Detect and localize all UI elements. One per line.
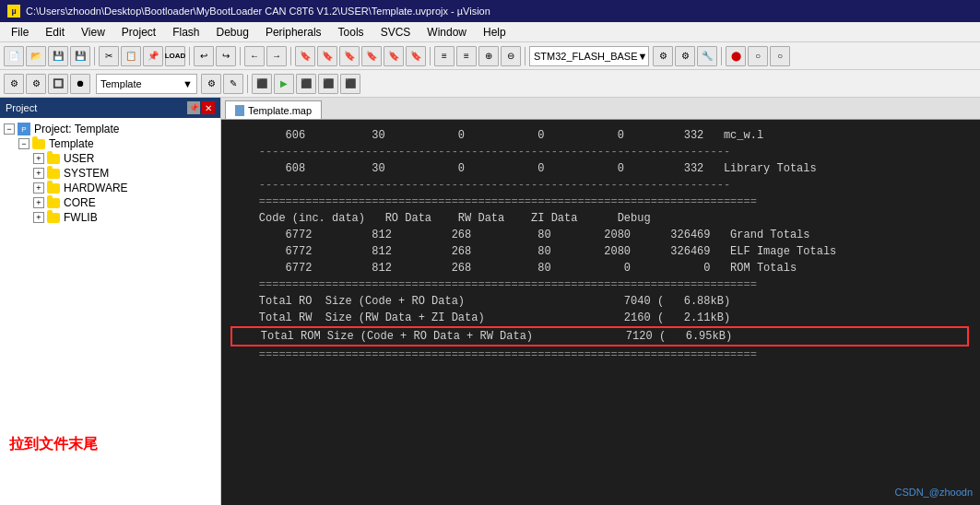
- content-area: Template.map 606 30 0 0 0 332 mc_w.l ---…: [221, 98, 980, 505]
- tb2-btn2[interactable]: ⚙: [26, 74, 46, 94]
- expand-hardware-icon[interactable]: +: [33, 182, 44, 194]
- tb2-btn7[interactable]: ⬛: [252, 74, 272, 94]
- cut-button[interactable]: ✂: [99, 46, 119, 66]
- core-folder-icon: [47, 198, 60, 208]
- circle1-button[interactable]: ⬤: [726, 46, 746, 66]
- bookmark3-button[interactable]: 🔖: [339, 46, 360, 66]
- save-all-button[interactable]: 💾: [70, 46, 90, 66]
- outdent-button[interactable]: ≡: [456, 46, 477, 66]
- map-content[interactable]: 606 30 0 0 0 332 mc_w.l ----------------…: [221, 120, 980, 505]
- project-panel-header: Project 📌 ✕: [0, 98, 220, 118]
- tab-template-map[interactable]: Template.map: [225, 100, 322, 119]
- app-icon: µ: [7, 5, 20, 18]
- tb2-btn9[interactable]: ⬛: [296, 74, 316, 94]
- menu-tools[interactable]: Tools: [331, 24, 372, 41]
- tb2-btn3[interactable]: 🔲: [48, 74, 68, 94]
- menu-project[interactable]: Project: [114, 24, 163, 41]
- bookmark4-button[interactable]: 🔖: [361, 46, 382, 66]
- tree-item-hardware[interactable]: + HARDWARE: [0, 181, 220, 195]
- circle2-button[interactable]: ○: [748, 46, 768, 66]
- separator7: [721, 47, 722, 65]
- tree-label-project: Project: Template: [34, 123, 120, 135]
- expand-fwlib-icon[interactable]: +: [33, 212, 44, 223]
- bookmark5-button[interactable]: 🔖: [384, 46, 404, 66]
- tree-label-template: Template: [49, 137, 94, 150]
- menu-flash[interactable]: Flash: [165, 24, 207, 41]
- tab-file-icon: [235, 105, 244, 116]
- project-icon: P: [18, 123, 30, 135]
- flash-target-dropdown[interactable]: STM32_FLASH_BASE ▼: [529, 46, 649, 66]
- save-button[interactable]: 💾: [48, 46, 68, 66]
- settings-btn3[interactable]: 🔧: [697, 46, 717, 66]
- tree-item-project-root[interactable]: − P Project: Template: [0, 122, 220, 136]
- panel-pin-button[interactable]: 📌: [187, 101, 200, 114]
- indent-button[interactable]: ≡: [434, 46, 455, 66]
- forward-button[interactable]: →: [266, 46, 287, 66]
- open-button[interactable]: 📂: [26, 46, 46, 66]
- menu-peripherals[interactable]: Peripherals: [258, 24, 329, 41]
- redo-button[interactable]: ↪: [216, 46, 236, 66]
- undo-button[interactable]: ↩: [194, 46, 214, 66]
- menu-bar: File Edit View Project Flash Debug Perip…: [0, 22, 980, 42]
- menu-file[interactable]: File: [4, 24, 36, 41]
- map-line-17: Total RW Size (RW Data + ZI Data) 2160 (…: [232, 310, 969, 326]
- tb2-btn6[interactable]: ✎: [223, 74, 243, 94]
- menu-view[interactable]: View: [74, 24, 112, 41]
- tab-label: Template.map: [248, 105, 312, 116]
- menu-window[interactable]: Window: [419, 24, 474, 41]
- map-line-20: ========================================…: [232, 346, 969, 363]
- tree-item-fwlib[interactable]: + FWLIB: [0, 210, 220, 225]
- user-folder-icon: [47, 154, 60, 164]
- fwlib-folder-icon: [47, 213, 60, 223]
- settings-btn2[interactable]: ⚙: [675, 46, 695, 66]
- separator1: [94, 47, 95, 65]
- map-line-16: Total RO Size (Code + RO Data) 7040 ( 6.…: [232, 293, 969, 310]
- map-line-3: 608 30 0 0 0 332 Library Totals: [232, 160, 969, 177]
- tree-label-hardware: HARDWARE: [64, 182, 128, 194]
- bookmark6-button[interactable]: 🔖: [406, 46, 426, 66]
- menu-svcs[interactable]: SVCS: [373, 24, 419, 41]
- bookmark2-button[interactable]: 🔖: [317, 46, 337, 66]
- tree-item-system[interactable]: + SYSTEM: [0, 166, 220, 181]
- expand-template-icon[interactable]: −: [18, 138, 30, 149]
- settings-btn1[interactable]: ⚙: [653, 46, 673, 66]
- map-line-18: Total ROM Size (Code + RO Data + RW Data…: [230, 326, 969, 346]
- expand-button[interactable]: ⊕: [478, 46, 499, 66]
- expand-project-icon[interactable]: −: [4, 123, 15, 135]
- menu-edit[interactable]: Edit: [38, 24, 72, 41]
- map-line-0: 606 30 0 0 0 332 mc_w.l: [232, 127, 969, 144]
- tree-item-user[interactable]: + USER: [0, 151, 220, 166]
- toolbar1: 📄 📂 💾 💾 ✂ 📋 📌 LOAD ↩ ↪ ← → 🔖 🔖 🔖 🔖 🔖 🔖 ≡…: [0, 42, 980, 70]
- separator8: [247, 75, 248, 93]
- load-button[interactable]: LOAD: [165, 46, 185, 66]
- expand-system-icon[interactable]: +: [33, 168, 44, 179]
- hardware-folder-icon: [47, 183, 60, 194]
- menu-help[interactable]: Help: [476, 24, 514, 41]
- map-line-8: Code (inc. data) RO Data RW Data ZI Data…: [232, 210, 969, 227]
- bookmark1-button[interactable]: 🔖: [295, 46, 315, 66]
- circle3-button[interactable]: ○: [770, 46, 790, 66]
- map-line-6: ========================================…: [232, 194, 969, 210]
- copy-button[interactable]: 📋: [121, 46, 141, 66]
- tb2-btn8[interactable]: ▶: [274, 74, 294, 94]
- panel-close-button[interactable]: ✕: [202, 101, 215, 114]
- menu-debug[interactable]: Debug: [209, 24, 256, 41]
- expand-user-icon[interactable]: +: [33, 153, 44, 164]
- tb2-btn11[interactable]: ⬛: [340, 74, 360, 94]
- template-folder-icon: [32, 139, 45, 149]
- separator3: [240, 47, 241, 65]
- back-button[interactable]: ←: [244, 46, 265, 66]
- tree-item-core[interactable]: + CORE: [0, 195, 220, 210]
- flash-target-value: STM32_FLASH_BASE: [534, 51, 638, 62]
- target-dropdown[interactable]: Template ▼: [96, 74, 197, 94]
- tb2-btn10[interactable]: ⬛: [318, 74, 338, 94]
- tb2-btn4[interactable]: ⏺: [70, 74, 90, 94]
- tree-item-template[interactable]: − Template: [0, 136, 220, 151]
- collapse-button[interactable]: ⊖: [501, 46, 521, 66]
- map-line-11: 6772 812 268 80 2080 326469 ELF Image To…: [232, 243, 969, 260]
- tb2-btn5[interactable]: ⚙: [201, 74, 221, 94]
- paste-button[interactable]: 📌: [143, 46, 163, 66]
- expand-core-icon[interactable]: +: [33, 197, 44, 208]
- new-button[interactable]: 📄: [4, 46, 24, 66]
- tb2-btn1[interactable]: ⚙: [4, 74, 24, 94]
